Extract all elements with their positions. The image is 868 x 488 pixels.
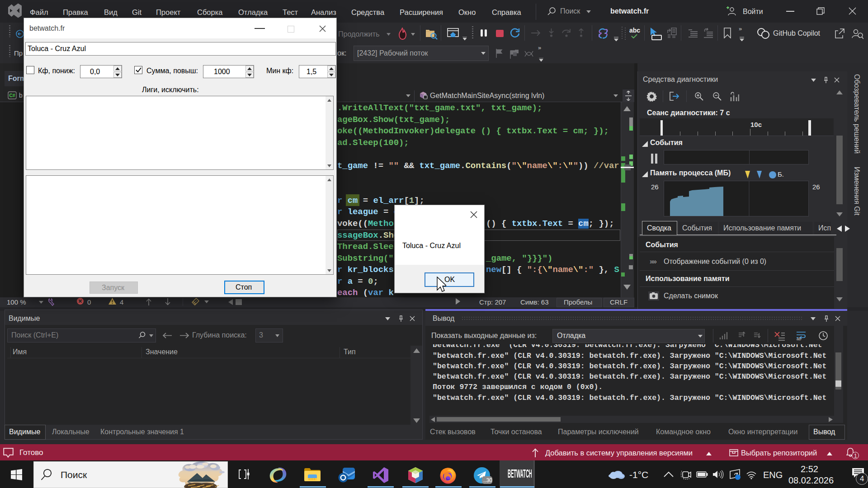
svg-text:C#: C# — [9, 93, 15, 98]
svg-text:ab: ab — [797, 337, 801, 341]
